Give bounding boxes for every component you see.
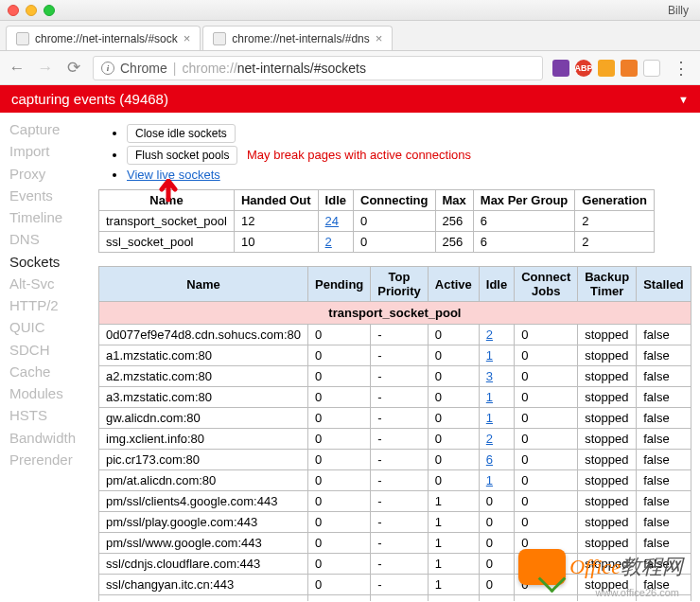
sidebar-item-capture[interactable]: Capture xyxy=(9,118,93,140)
column-header: Max Per Group xyxy=(473,190,574,211)
table-cell: stopped xyxy=(578,387,637,408)
watermark: Office教程网 xyxy=(518,549,683,585)
sidebar-item-cache[interactable]: Cache xyxy=(9,361,93,382)
sidebar-item-dns[interactable]: DNS xyxy=(9,228,93,250)
sidebar-item-bandwidth[interactable]: Bandwidth xyxy=(9,427,93,449)
extension-icon[interactable] xyxy=(621,60,638,77)
table-cell: 0 xyxy=(308,325,371,345)
dropdown-triangle-icon[interactable]: ▼ xyxy=(678,94,689,105)
idle-count-link[interactable]: 1 xyxy=(486,473,493,487)
window-controls xyxy=(8,5,55,16)
table-cell: 0 xyxy=(308,470,371,491)
profile-name[interactable]: Billy xyxy=(668,4,692,17)
tab-favicon xyxy=(16,32,29,45)
table-cell: 0 xyxy=(428,470,479,491)
idle-count-link[interactable]: 3 xyxy=(486,369,493,383)
table-cell: 1 xyxy=(428,533,479,554)
table-cell: ssl_socket_pool xyxy=(99,232,235,253)
forward-button[interactable]: → xyxy=(36,59,55,78)
adblock-extension-icon[interactable]: ABP xyxy=(575,60,592,77)
back-button[interactable]: ← xyxy=(8,59,26,78)
table-cell: - xyxy=(371,345,429,366)
url-path: /#sockets xyxy=(310,61,366,76)
table-cell: 1 xyxy=(479,470,514,491)
sidebar-item-http2[interactable]: HTTP/2 xyxy=(9,294,93,316)
table-cell: 1 xyxy=(428,575,479,595)
idle-count-link[interactable]: 1 xyxy=(486,348,493,363)
idle-count-link[interactable]: 2 xyxy=(325,235,332,249)
idle-count-link[interactable]: 1 xyxy=(486,411,493,425)
capture-status-bar[interactable]: capturing events (49468) ▼ xyxy=(0,85,700,113)
table-cell: false xyxy=(637,512,691,533)
close-idle-sockets-button[interactable]: Close idle sockets xyxy=(127,124,236,143)
table-cell: 0 xyxy=(428,366,479,387)
column-header: Connect Jobs xyxy=(515,267,578,302)
table-cell: 6 xyxy=(479,450,514,470)
table-cell: ssl/changyan.sohu.com:443 xyxy=(99,595,308,602)
address-bar[interactable]: i Chrome | chrome://net-internals/#socke… xyxy=(93,56,543,80)
table-cell: ssl/changyan.itc.cn:443 xyxy=(99,575,308,595)
table-cell: a1.mzstatic.com:80 xyxy=(99,345,308,366)
browser-tab[interactable]: chrome://net-internals/#sock × xyxy=(6,26,201,50)
list-item: View live sockets xyxy=(127,168,691,182)
extension-icon[interactable] xyxy=(598,60,615,77)
idle-count-link[interactable]: 2 xyxy=(486,432,493,446)
flush-socket-pools-button[interactable]: Flush socket pools xyxy=(127,146,237,165)
reload-button[interactable]: ⟳ xyxy=(64,58,83,78)
close-tab-icon[interactable]: × xyxy=(376,31,383,45)
table-cell: 2 xyxy=(479,325,514,345)
idle-count-link[interactable]: 2 xyxy=(486,328,493,342)
table-cell: 0 xyxy=(515,491,578,512)
sidebar-item-modules[interactable]: Modules xyxy=(9,382,93,404)
idle-count-link[interactable]: 24 xyxy=(325,214,339,228)
table-cell: gw.alicdn.com:80 xyxy=(99,408,308,429)
table-cell: pm/ssl/www.google.com:443 xyxy=(99,533,308,554)
table-cell: false xyxy=(637,491,691,512)
table-cell: - xyxy=(371,575,429,595)
idle-count-link[interactable]: 6 xyxy=(486,452,493,467)
table-cell: 0 xyxy=(428,429,479,450)
sidebar-item-events[interactable]: Events xyxy=(9,185,93,206)
socket-pools-table: NameHanded OutIdleConnectingMaxMax Per G… xyxy=(98,189,655,253)
browser-tab[interactable]: chrome://net-internals/#dns × xyxy=(202,26,393,50)
site-info-icon[interactable]: i xyxy=(101,62,114,75)
sidebar-item-hsts[interactable]: HSTS xyxy=(9,404,93,426)
sidebar-item-import[interactable]: Import xyxy=(9,140,93,162)
browser-menu-icon[interactable]: ⋮ xyxy=(670,63,692,73)
sidebar-item-timeline[interactable]: Timeline xyxy=(9,206,93,228)
table-cell: 0 xyxy=(515,512,578,533)
table-row: a1.mzstatic.com:800-010stoppedfalse xyxy=(99,345,691,366)
table-cell: 0 xyxy=(515,345,578,366)
sidebar-item-quic[interactable]: QUIC xyxy=(9,316,93,338)
sidebar-item-sdch[interactable]: SDCH xyxy=(9,339,93,361)
minimize-window-button[interactable] xyxy=(26,5,37,16)
close-window-button[interactable] xyxy=(8,5,19,16)
table-row: a3.mzstatic.com:800-010stoppedfalse xyxy=(99,387,691,408)
table-cell: 0 xyxy=(515,387,578,408)
table-cell: transport_socket_pool xyxy=(99,211,235,232)
sidebar-item-sockets[interactable]: Sockets xyxy=(9,251,93,273)
table-cell: 6 xyxy=(473,232,574,253)
extension-icon[interactable] xyxy=(643,60,660,77)
sidebar-item-altsvc[interactable]: Alt-Svc xyxy=(9,273,93,294)
column-header: Idle xyxy=(479,267,514,302)
column-header: Name xyxy=(99,190,235,211)
view-live-sockets-link[interactable]: View live sockets xyxy=(127,168,220,182)
maximize-window-button[interactable] xyxy=(44,5,55,16)
table-cell: 0 xyxy=(515,366,578,387)
sidebar-item-prerender[interactable]: Prerender xyxy=(9,449,93,470)
table-row: gw.alicdn.com:800-010stoppedfalse xyxy=(99,408,691,429)
table-cell: 12 xyxy=(234,211,318,232)
table-cell: 0 xyxy=(308,408,371,429)
table-cell: 0 xyxy=(354,211,436,232)
main-content: Close idle sockets Flush socket pools Ma… xyxy=(96,113,700,601)
table-cell: 1 xyxy=(428,554,479,575)
idle-count-link[interactable]: 1 xyxy=(486,390,493,404)
extension-icon[interactable] xyxy=(552,60,569,77)
column-header: Max xyxy=(435,190,473,211)
sidebar-item-proxy[interactable]: Proxy xyxy=(9,163,93,185)
table-cell: stopped xyxy=(578,325,637,345)
close-tab-icon[interactable]: × xyxy=(184,31,191,45)
capture-status-text: capturing events (49468) xyxy=(11,91,168,107)
table-cell: 0 xyxy=(308,429,371,450)
